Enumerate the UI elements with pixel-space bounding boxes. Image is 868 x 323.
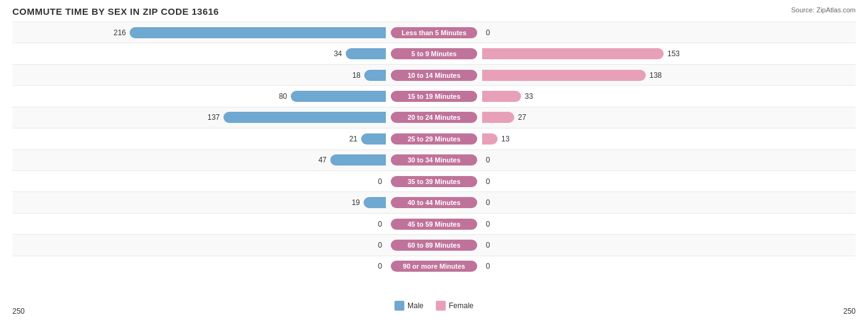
left-section: 0 [12, 215, 391, 233]
male-value: 0 [367, 262, 382, 271]
female-bar-wrapper: 27 [482, 111, 856, 124]
chart-row: 21 25 to 29 Minutes 13 [12, 128, 856, 149]
right-section: 0 [477, 193, 856, 211]
female-value: 0 [486, 241, 501, 250]
row-label: 35 to 39 Minutes [391, 176, 477, 187]
right-section: 0 [477, 258, 856, 275]
row-inner: 137 20 to 24 Minutes 27 [12, 107, 856, 128]
row-inner: 21 25 to 29 Minutes 13 [12, 128, 856, 149]
left-section: 0 [12, 258, 391, 275]
chart-row: 0 45 to 59 Minutes 0 [12, 213, 856, 234]
male-bar-wrapper: 216 [12, 26, 386, 40]
row-label: 30 to 34 Minutes [391, 154, 477, 166]
male-bar [364, 70, 386, 81]
female-bar-wrapper: 13 [482, 132, 856, 146]
row-inner: 0 60 to 89 Minutes 0 [12, 235, 856, 255]
male-value: 47 [311, 156, 327, 164]
right-section: 33 [477, 87, 856, 105]
male-bar-wrapper: 18 [12, 69, 386, 82]
chart-row: 137 20 to 24 Minutes 27 [12, 107, 856, 128]
male-value: 0 [367, 241, 382, 250]
row-label: 60 to 89 Minutes [391, 240, 477, 251]
legend: Male Female [394, 301, 474, 311]
male-bar [130, 27, 386, 38]
male-value: 0 [367, 177, 382, 186]
left-section: 216 [12, 23, 391, 41]
female-bar-wrapper: 0 [482, 196, 856, 209]
axis-left-value: 250 [12, 307, 25, 316]
left-section: 18 [12, 66, 391, 84]
female-bar-wrapper: 0 [482, 217, 856, 231]
axis-right-value: 250 [843, 307, 856, 316]
row-inner: 18 10 to 14 Minutes 138 [12, 65, 856, 85]
male-value: 34 [327, 49, 342, 58]
female-value: 153 [667, 49, 683, 58]
male-bar-wrapper: 137 [12, 111, 386, 124]
right-section: 153 [477, 44, 856, 62]
male-value: 19 [344, 198, 360, 207]
source-label: Source: ZipAtlas.com [791, 6, 856, 14]
female-bar-wrapper: 0 [482, 153, 856, 167]
row-label: 45 to 59 Minutes [391, 219, 477, 230]
male-bar-wrapper: 0 [12, 238, 386, 252]
male-bar [361, 133, 386, 145]
row-inner: 216 Less than 5 Minutes 0 [12, 22, 856, 43]
female-value: 0 [486, 177, 501, 186]
chart-row: 216 Less than 5 Minutes 0 [12, 22, 856, 43]
female-bar-wrapper: 0 [482, 259, 856, 273]
right-section: 27 [477, 109, 856, 127]
female-bar [482, 133, 498, 145]
chart-row: 34 5 to 9 Minutes 153 [12, 43, 856, 64]
legend-male: Male [394, 301, 424, 311]
row-inner: 34 5 to 9 Minutes 153 [12, 43, 856, 64]
male-bar [291, 91, 386, 102]
female-value: 0 [486, 198, 501, 207]
row-label: 25 to 29 Minutes [391, 133, 477, 145]
chart-row: 0 35 to 39 Minutes 0 [12, 170, 856, 191]
right-section: 0 [477, 172, 856, 190]
female-bar-wrapper: 0 [482, 238, 856, 252]
male-bar-wrapper: 0 [12, 259, 386, 273]
right-section: 0 [477, 151, 856, 169]
row-inner: 80 15 to 19 Minutes 33 [12, 86, 856, 106]
row-inner: 0 45 to 59 Minutes 0 [12, 214, 856, 234]
right-section: 0 [477, 236, 856, 254]
row-inner: 0 35 to 39 Minutes 0 [12, 171, 856, 191]
male-bar-wrapper: 34 [12, 47, 386, 61]
female-bar [482, 112, 514, 123]
female-bar-wrapper: 153 [482, 47, 856, 61]
female-value: 0 [486, 156, 501, 164]
female-bar [482, 70, 646, 81]
left-section: 21 [12, 130, 391, 148]
chart-row: 80 15 to 19 Minutes 33 [12, 85, 856, 106]
right-section: 13 [477, 130, 856, 148]
left-section: 80 [12, 87, 391, 105]
chart-row: 0 60 to 89 Minutes 0 [12, 234, 856, 255]
row-label: 10 to 14 Minutes [391, 70, 477, 81]
male-value: 137 [204, 113, 220, 122]
row-label: 15 to 19 Minutes [391, 91, 477, 102]
male-value: 80 [272, 92, 287, 101]
male-bar-wrapper: 0 [12, 175, 386, 188]
chart-container: COMMUTE TIME BY SEX IN ZIP CODE 13616 So… [0, 0, 868, 323]
axis-bottom: 250 Male Female 250 [12, 307, 856, 316]
row-label: 5 to 9 Minutes [391, 48, 477, 59]
rows-area: 216 Less than 5 Minutes 0 [12, 22, 856, 277]
legend-male-box [394, 301, 404, 311]
legend-female: Female [436, 301, 474, 311]
female-value: 27 [518, 113, 533, 122]
female-value: 138 [649, 71, 665, 80]
male-bar-wrapper: 19 [12, 196, 386, 209]
chart-row: 18 10 to 14 Minutes 138 [12, 64, 856, 85]
male-value: 0 [367, 220, 382, 229]
row-label: 40 to 44 Minutes [391, 197, 477, 208]
male-bar-wrapper: 80 [12, 90, 386, 103]
female-value: 33 [525, 92, 540, 101]
chart-row: 0 90 or more Minutes 0 [12, 256, 856, 277]
female-bar-wrapper: 138 [482, 69, 856, 82]
male-value: 216 [111, 28, 126, 37]
male-bar [346, 48, 386, 59]
legend-male-label: Male [407, 301, 424, 310]
chart-row: 47 30 to 34 Minutes 0 [12, 149, 856, 170]
legend-female-box [436, 301, 446, 311]
